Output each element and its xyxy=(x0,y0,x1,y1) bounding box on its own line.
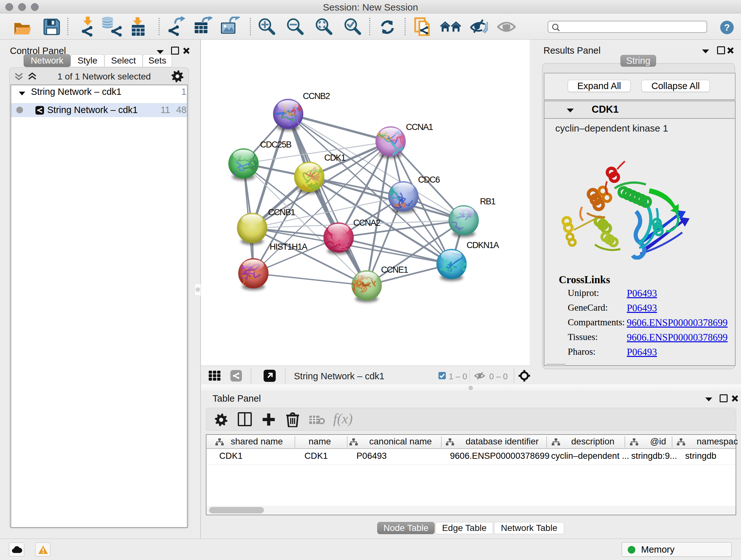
svg-text:?: ? xyxy=(724,22,730,33)
svg-text:CCNA2: CCNA2 xyxy=(353,218,381,228)
svg-text:CDC25B: CDC25B xyxy=(260,140,291,149)
svg-text:CDKN1A: CDKN1A xyxy=(467,240,499,250)
svg-text:HIST1H1A: HIST1H1A xyxy=(270,242,308,252)
svg-text:CDC6: CDC6 xyxy=(418,175,440,185)
svg-text:RB1: RB1 xyxy=(480,197,495,206)
svg-text:CCNB1: CCNB1 xyxy=(268,207,295,217)
svg-text:CDK1: CDK1 xyxy=(324,153,346,163)
svg-text:CCNB2: CCNB2 xyxy=(303,91,330,101)
svg-text:CCNE1: CCNE1 xyxy=(381,265,408,274)
svg-text:CCNA1: CCNA1 xyxy=(406,122,433,132)
